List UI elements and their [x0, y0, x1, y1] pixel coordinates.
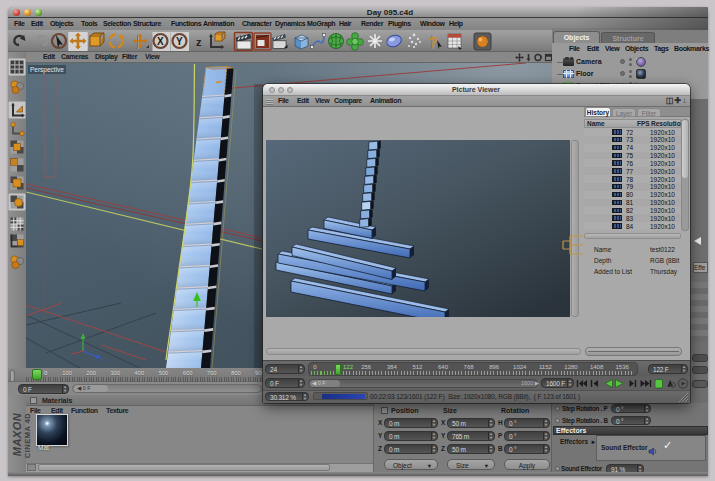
svg-text:z: z — [100, 356, 103, 362]
svg-text:z: z — [196, 36, 202, 48]
svg-text:?: ? — [429, 34, 438, 50]
svg-text:Y: Y — [176, 36, 183, 47]
svg-text:X: X — [157, 36, 164, 47]
